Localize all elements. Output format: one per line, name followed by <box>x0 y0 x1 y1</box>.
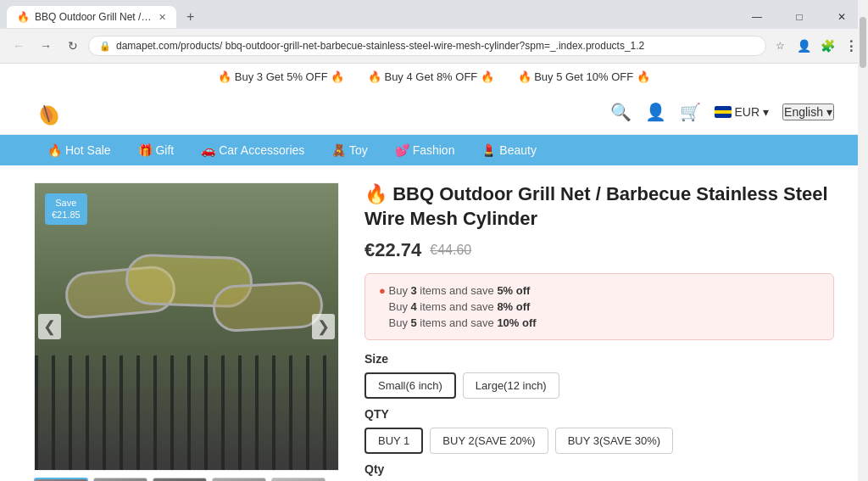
active-tab[interactable]: 🔥 BBQ Outdoor Grill Net / Barb... ✕ <box>7 6 176 28</box>
discount-text-2: Buy 4 items and save 8% off <box>388 300 530 313</box>
page-content: 🔥 Buy 3 Get 5% OFF 🔥 🔥 Buy 4 Get 8% OFF … <box>0 64 868 481</box>
nav-item-car-accessories[interactable]: 🚗 Car Accessories <box>187 135 318 165</box>
site-header: 🔍 👤 🛒 EUR ▾ English ▾ <box>0 90 868 135</box>
logo[interactable] <box>34 97 64 127</box>
search-button[interactable]: 🔍 <box>610 102 632 122</box>
discount-row-3: ● Buy 5 items and save 10% off <box>379 316 820 329</box>
language-chevron: ▾ <box>826 105 832 119</box>
discount-box: ● Buy 3 items and save 5% off ● Buy 4 it… <box>364 273 834 340</box>
price-row: €22.74 €44.60 <box>364 239 834 261</box>
product-fire-emoji: 🔥 <box>364 183 387 204</box>
profile-button[interactable]: 👤 <box>793 36 814 56</box>
promo-banner: 🔥 Buy 3 Get 5% OFF 🔥 🔥 Buy 4 Get 8% OFF … <box>0 64 868 90</box>
nav-item-gift[interactable]: 🎁 Gift <box>125 135 188 165</box>
nav-item-fashion[interactable]: 💕 Fashion <box>381 135 469 165</box>
promo-item-1: 🔥 Buy 3 Get 5% OFF 🔥 <box>218 70 344 83</box>
lock-icon: 🔒 <box>99 41 111 52</box>
logo-icon <box>34 97 64 127</box>
thumbnail-row <box>34 478 339 481</box>
discount-row-1: ● Buy 3 items and save 5% off <box>379 284 820 297</box>
discount-text-3: Buy 5 items and save 10% off <box>388 316 536 329</box>
next-image-button[interactable]: ❯ <box>312 314 335 339</box>
discount-text-1: Buy 3 items and save 5% off <box>388 284 530 297</box>
product-title: 🔥 BBQ Outdoor Grill Net / Barbecue Stain… <box>364 182 834 231</box>
qty-buy1-button[interactable]: BUY 1 <box>364 428 423 454</box>
main-product-image-container: Save €21.85 ❮ ❯ <box>34 182 339 471</box>
language-selector[interactable]: English ▾ <box>782 103 834 120</box>
scrollbar[interactable] <box>858 0 868 481</box>
product-details: 🔥 BBQ Outdoor Grill Net / Barbecue Stain… <box>364 182 834 481</box>
account-button[interactable]: 👤 <box>645 102 666 122</box>
tab-favicon: 🔥 <box>17 11 30 23</box>
thumbnail-2[interactable] <box>93 478 147 481</box>
bookmark-button[interactable]: ☆ <box>770 36 790 56</box>
maximize-button[interactable]: □ <box>780 5 819 29</box>
forward-button[interactable]: → <box>34 34 58 58</box>
size-options: Small(6 inch) Large(12 inch) <box>364 372 834 399</box>
thumbnail-3[interactable] <box>153 478 207 481</box>
close-tab-button[interactable]: ✕ <box>159 12 166 23</box>
nav-bar: 🔥 Hot Sale 🎁 Gift 🚗 Car Accessories 🧸 To… <box>0 135 868 165</box>
thumbnail-1[interactable] <box>34 478 88 481</box>
minimize-button[interactable]: — <box>737 5 776 29</box>
address-bar[interactable]: 🔒 damapet.com/products/ bbq-outdoor-gril… <box>88 36 766 56</box>
size-small-button[interactable]: Small(6 inch) <box>364 372 456 399</box>
qty-options: BUY 1 BUY 2(SAVE 20%) BUY 3(SAVE 30%) <box>364 428 834 454</box>
product-section: Save €21.85 ❮ ❯ 🔥 <box>0 165 868 481</box>
new-tab-button[interactable]: + <box>180 6 201 28</box>
promo-item-3: 🔥 Buy 5 Get 10% OFF 🔥 <box>518 70 650 83</box>
save-badge: Save €21.85 <box>45 193 87 225</box>
nav-item-hot-sale[interactable]: 🔥 Hot Sale <box>34 135 125 165</box>
tab-label: BBQ Outdoor Grill Net / Barb... <box>35 11 153 23</box>
eu-flag <box>715 106 732 118</box>
back-button[interactable]: ← <box>7 34 31 58</box>
discount-row-2: ● Buy 4 items and save 8% off <box>379 300 820 313</box>
qty-buy2-button[interactable]: BUY 2(SAVE 20%) <box>430 428 548 454</box>
product-images: Save €21.85 ❮ ❯ <box>34 182 339 481</box>
prev-image-button[interactable]: ❮ <box>38 314 61 339</box>
scrollbar-thumb[interactable] <box>860 17 866 68</box>
refresh-button[interactable]: ↻ <box>61 34 85 58</box>
browser-nav: ← → ↻ 🔒 damapet.com/products/ bbq-outdoo… <box>0 29 868 63</box>
thumbnail-5[interactable] <box>271 478 326 481</box>
currency-label: EUR <box>735 105 760 119</box>
thumbnail-4[interactable] <box>212 478 266 481</box>
close-window-button[interactable]: ✕ <box>822 5 861 29</box>
save-amount: €21.85 <box>52 209 81 221</box>
save-label: Save <box>52 197 81 209</box>
qty-label: QTY <box>364 407 834 421</box>
qty-buy3-button[interactable]: BUY 3(SAVE 30%) <box>555 428 673 454</box>
size-label: Size <box>364 352 834 366</box>
discount-dot-1: ● <box>379 284 386 297</box>
current-price: €22.74 <box>364 239 421 261</box>
url-display: damapet.com/products/ bbq-outdoor-grill-… <box>116 40 755 52</box>
product-title-text: BBQ Outdoor Grill Net / Barbecue Stainle… <box>364 183 828 229</box>
header-actions: 🔍 👤 🛒 EUR ▾ English ▾ <box>610 102 834 122</box>
nav-item-toy[interactable]: 🧸 Toy <box>318 135 381 165</box>
quantity-label: Qty <box>364 462 834 476</box>
language-label: English <box>784 105 823 119</box>
extensions-button[interactable]: 🧩 <box>817 36 837 56</box>
currency-chevron: ▾ <box>763 105 769 119</box>
currency-selector[interactable]: EUR ▾ <box>715 105 770 119</box>
cart-button[interactable]: 🛒 <box>680 102 701 122</box>
promo-item-2: 🔥 Buy 4 Get 8% OFF 🔥 <box>368 70 494 83</box>
size-large-button[interactable]: Large(12 inch) <box>463 372 559 399</box>
nav-item-beauty[interactable]: 💄 Beauty <box>468 135 549 165</box>
original-price: €44.60 <box>430 243 471 258</box>
